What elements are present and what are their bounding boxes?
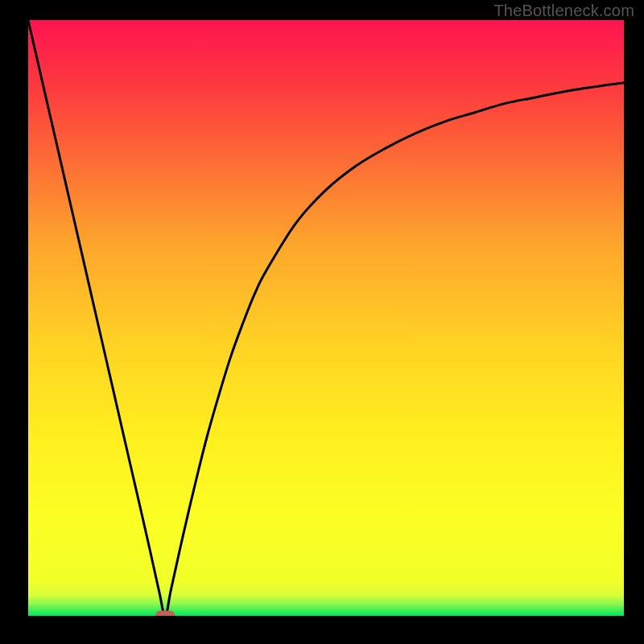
watermark-text: TheBottleneck.com xyxy=(493,2,634,20)
gradient-background xyxy=(28,20,624,616)
chart-svg xyxy=(28,20,624,616)
plot-area xyxy=(28,20,624,616)
minimum-marker xyxy=(155,611,175,617)
chart-frame: TheBottleneck.com xyxy=(0,0,644,644)
